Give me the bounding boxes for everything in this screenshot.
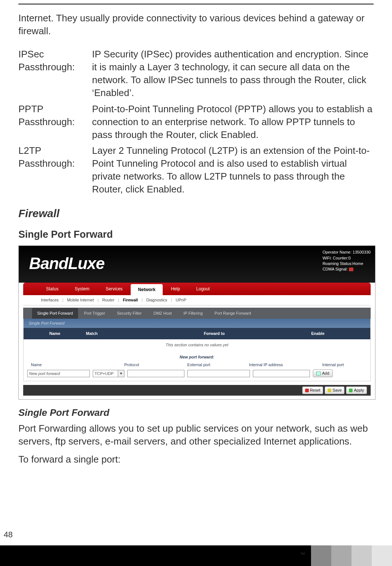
para-to-forward: To forward a single port: [18,453,374,466]
thirdtab-port-range-forward[interactable]: Port Range Forward [209,311,257,316]
def-term-l2tp: L2TP Passthrough: [18,144,92,199]
add-icon [316,372,321,375]
apply-icon [349,389,353,392]
reset-button[interactable]: Reset [302,386,324,394]
tab-network[interactable]: Network [131,284,163,295]
status-cdma: CDMA Signal: [322,267,347,271]
thirdtab-dmz-host[interactable]: DMZ Host [148,311,178,316]
tab-services[interactable]: Services [98,286,131,292]
subtab-interfaces[interactable]: Interfaces [38,297,61,303]
newcol-internal-ip: Internal IP address [232,362,299,368]
newcol-external-port: External port [165,362,232,368]
status-wifi: WiFi: Counter:0 [322,255,371,261]
sub-heading-single-port-forward: Single Port Forward [18,228,374,241]
save-button[interactable]: Save [325,386,345,394]
subtab-diagnostics[interactable]: Diagnostics [144,297,170,303]
status-operator: Operator Name: 13500330 [322,250,371,255]
def-desc-l2tp: Layer 2 Tunneling Protocol (L2TP) is an … [92,144,374,199]
reset-label: Reset [310,388,321,393]
action-button-row: Reset Save Apply [23,385,371,396]
input-internal-ip[interactable] [187,370,250,377]
def-desc-pptp: Point-to-Point Tunneling Protocol (PPTP)… [92,103,374,144]
tab-help[interactable]: Help [163,286,188,292]
tab-status[interactable]: Status [38,286,67,292]
definitions-table: IPSec Passthrough: IP Security (IPSec) p… [18,48,374,199]
main-tab-bar: Status System Services Network Help Logo… [23,283,371,295]
intro-text: Internet. They usually provide connectiv… [18,12,374,38]
para-port-forwarding: Port Forwarding allows you to set up pub… [18,422,374,448]
apply-button[interactable]: Apply [346,386,367,394]
trademark-symbol: ™ [300,551,305,557]
col-enable: Enable [280,331,370,336]
chevron-down-icon: ▼ [120,371,123,376]
thirdtab-port-trigger[interactable]: Port Trigger [78,311,111,316]
def-term-ipsec: IPSec Passthrough: [18,48,92,102]
def-desc-ipsec: IP Security (IPSec) provides authenticat… [92,48,374,102]
status-info: Operator Name: 13500330 WiFi: Counter:0 … [322,250,371,272]
input-internal-port[interactable] [253,370,310,377]
col-forward-to: Forward to [148,331,280,336]
select-protocol[interactable] [93,370,118,377]
input-external-port[interactable] [127,370,184,377]
thirdtab-security-filter[interactable]: Security Filter [111,311,148,316]
subtab-mobile-internet[interactable]: Mobile Internet [64,297,97,303]
add-button-label: Add [322,371,329,376]
add-button[interactable]: Add [313,369,333,377]
select-protocol-dropdown-button[interactable]: ▼ [118,370,124,377]
input-name[interactable] [27,370,90,377]
subtab-upnp[interactable]: UPnP [173,297,189,303]
after-heading: Single Port Forward [18,406,374,419]
panel-title: Single Port Forward [24,319,370,328]
col-name: Name [24,331,86,336]
newcol-name: Name [27,362,98,368]
subtab-router[interactable]: Router [99,297,117,303]
newcol-internal-port: Internal port [300,362,367,368]
section-heading-firewall: Firewall [18,206,374,221]
empty-message: This section contains no values yet [24,339,370,353]
router-ui-screenshot: BandLuxe Operator Name: 13500330 WiFi: C… [18,245,375,400]
save-icon [328,389,331,392]
signal-icon [349,268,353,271]
third-tab-bar: Single Port Forward Port Trigger Securit… [23,308,371,319]
col-match: Match [86,331,149,336]
apply-label: Apply [354,388,364,393]
page-number: 48 [4,530,13,540]
thirdtab-ip-filtering[interactable]: IP Filtering [177,311,208,316]
subtab-firewall[interactable]: Firewall [120,297,141,303]
router-brand-logo: BandLuxe [29,254,105,272]
new-port-forward-heading: New port forward: [24,353,370,361]
tab-logout[interactable]: Logout [188,286,218,292]
table-header-row: Name Match Forward to Enable [24,328,370,339]
save-label: Save [332,388,342,393]
footer-brand: BandLuxe™ [228,545,305,563]
newcol-protocol: Protocol [98,362,165,368]
def-term-pptp: PPTP Passthrough: [18,103,92,144]
status-roaming: Roaming Status:Home [322,261,371,266]
thirdtab-single-port-forward[interactable]: Single Port Forward [32,308,78,319]
tab-system[interactable]: System [67,286,98,292]
footer-bar [0,545,392,566]
reset-icon [305,389,309,392]
sub-tab-bar: Interfaces| Mobile Internet| Router| Fir… [23,295,371,305]
